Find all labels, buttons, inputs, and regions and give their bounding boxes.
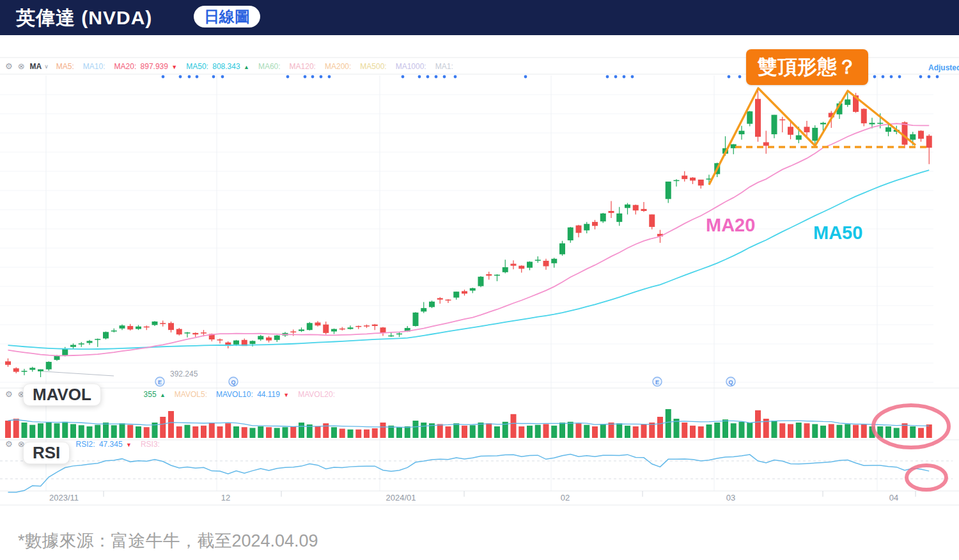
low-price-marker-label: 392.245 xyxy=(170,369,198,378)
settings-icon[interactable]: ⚙ xyxy=(5,61,13,71)
mavol10-value: 44.119 xyxy=(257,390,280,399)
settings-icon[interactable]: ⚙ xyxy=(5,389,13,399)
ma5-legend: MA5: xyxy=(56,62,74,71)
double-top-annotation: 雙頂形態？ xyxy=(746,49,868,85)
axis-label-mar: 03 xyxy=(726,493,735,502)
highlight-ellipses xyxy=(873,405,949,490)
close-icon[interactable]: ⊗ xyxy=(18,61,25,71)
ma120-legend: MA120: xyxy=(290,62,316,71)
ma20-legend: MA20: 897.939 ▼ xyxy=(114,62,178,71)
ma20-value: 897.939 xyxy=(141,62,168,71)
rsi2-legend: RSI2: 47.345 ▼ xyxy=(76,440,132,449)
ma1000-legend: MA1000: xyxy=(396,62,426,71)
rsi2-down-arrow-icon: ▼ xyxy=(126,442,132,448)
svg-text:Q: Q xyxy=(728,379,733,385)
ma50-up-arrow-icon: ▲ xyxy=(244,64,249,70)
rsi-line xyxy=(8,454,930,492)
mavol-up-arrow-icon: ▲ xyxy=(160,392,166,398)
mavol-value-fragment: 355 xyxy=(144,390,157,399)
ma20-line xyxy=(8,123,930,355)
ma50-legend: MA50: 808.343 ▲ xyxy=(186,62,249,71)
volume-bars[interactable] xyxy=(5,409,932,438)
axis-label-nov: 2023/11 xyxy=(49,493,79,502)
ma10-legend: MA10: xyxy=(83,62,105,71)
timeframe-badge: 日線圖 xyxy=(194,6,260,27)
mavol10-down-arrow-icon: ▼ xyxy=(283,392,289,398)
mavol10-label: MAVOL10: xyxy=(216,390,253,399)
rsi3-legend: RSI3: xyxy=(141,440,160,449)
ma60-legend: MA60: xyxy=(258,62,281,71)
axis-label-jan: 2024/01 xyxy=(386,493,416,502)
ma50-line-label: MA50 xyxy=(813,222,862,244)
axis-label-dec: 12 xyxy=(221,493,230,502)
svg-text:Q: Q xyxy=(231,379,235,385)
rsi2-label: RSI2: xyxy=(76,440,95,449)
page-title: 英偉達 (NVDA) xyxy=(16,5,152,31)
ma20-label: MA20: xyxy=(114,62,137,71)
candlestick-series[interactable] xyxy=(5,88,932,377)
mavol5-legend: MAVOL5: xyxy=(175,390,207,399)
rsi2-value: 47.345 xyxy=(99,440,123,449)
ma20-down-arrow-icon: ▼ xyxy=(171,64,177,70)
mavol-partial-value: 355 ▲ xyxy=(144,390,166,399)
svg-text:E: E xyxy=(158,379,162,385)
data-source-note: *數據來源：富途牛牛，截至2024.04.09 xyxy=(18,529,318,552)
settings-icon[interactable]: ⚙ xyxy=(5,439,13,449)
axis-label-apr: 04 xyxy=(889,493,898,502)
chevron-down-icon[interactable]: ∨ xyxy=(44,63,49,70)
svg-text:E: E xyxy=(655,379,659,385)
rsi-pane-badge: RSI xyxy=(23,442,70,464)
ma50-value: 808.343 xyxy=(212,62,240,71)
low-marker-line xyxy=(43,371,114,376)
ma500-legend: MA500: xyxy=(360,62,386,71)
ma-indicator-selector[interactable]: MA xyxy=(30,62,42,71)
axis-label-feb: 02 xyxy=(561,493,570,502)
mavol10-legend: MAVOL10: 44.119 ▼ xyxy=(216,390,289,399)
mavol20-legend: MAVOL20: xyxy=(298,390,335,399)
ma-toolbar: ⚙ ⊗ MA ∨ MA5: MA10: MA20: 897.939 ▼ MA50… xyxy=(5,61,462,71)
chart-app: EQEQ 英偉達 (NVDA) 日線圖 ⚙ ⊗ MA ∨ MA5: MA10: … xyxy=(0,0,959,560)
ma50-line xyxy=(8,170,930,349)
mavol-pane-badge: MAVOL xyxy=(23,384,101,406)
ma1-legend: MA1: xyxy=(435,62,453,71)
adjusted-dropdown[interactable]: Adjusted xyxy=(928,63,959,72)
event-markers[interactable]: EQEQ xyxy=(155,377,735,386)
ma50-label: MA50: xyxy=(186,62,208,71)
ma200-legend: MA200: xyxy=(325,62,351,71)
ma20-line-label: MA20 xyxy=(706,215,755,236)
